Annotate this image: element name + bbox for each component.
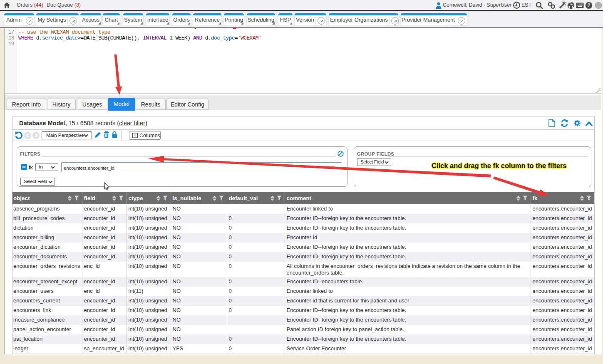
svg-text:?: ? — [587, 2, 591, 8]
